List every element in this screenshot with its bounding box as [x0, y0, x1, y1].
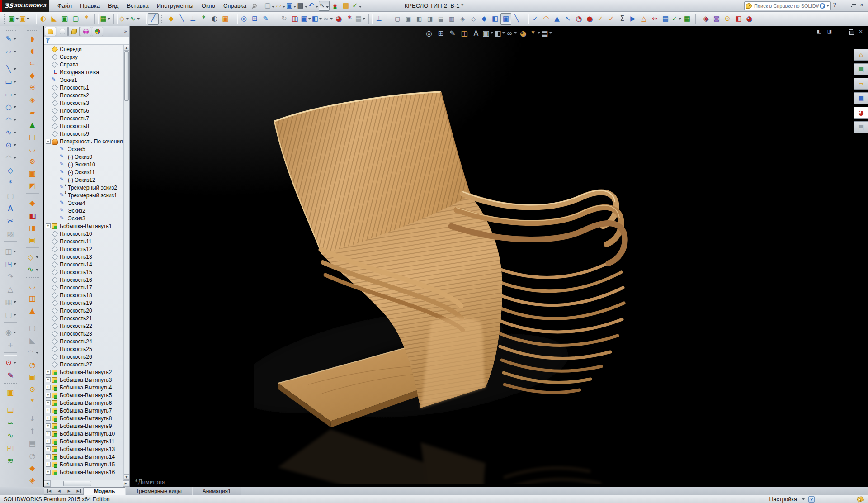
horizontal-scroll-thumb[interactable]	[63, 481, 91, 486]
menu-item[interactable]: Окно	[198, 0, 219, 11]
scroll-up-icon[interactable]: ▲	[124, 45, 129, 51]
view-settings-icon[interactable]: ▤	[355, 13, 366, 25]
tab-model[interactable]: Модель	[84, 487, 125, 495]
boss-up-icon[interactable]: ↑	[26, 425, 39, 437]
split-icon[interactable]: ◐	[38, 13, 48, 25]
expand-toggle-icon[interactable]	[54, 170, 59, 175]
tree-item[interactable]: + Бобышка-Вытянуть16	[44, 468, 123, 476]
compare-geometry-icon[interactable]: ◧	[733, 13, 744, 25]
tree-item[interactable]: Плоскость14	[44, 261, 123, 268]
help-search-box[interactable]: ? Поиск в Справке по SOLIDWORKS	[744, 1, 831, 10]
separator[interactable]	[26, 247, 39, 251]
swept-surface-icon[interactable]: ⊂	[26, 57, 39, 69]
display-manager-tab[interactable]	[92, 27, 103, 36]
knit-surface-icon[interactable]: ◆	[26, 197, 39, 209]
equations-icon[interactable]: Σ	[617, 13, 627, 25]
view-trimetric-icon[interactable]: ◇	[468, 13, 479, 25]
polygon-icon[interactable]: ◇	[4, 164, 17, 177]
separator[interactable]	[368, 14, 373, 24]
tree-item[interactable]: Плоскость24	[44, 337, 123, 345]
search-input[interactable]: Поиск в Справке по SOLIDWORKS	[754, 3, 819, 9]
expand-toggle-icon[interactable]: −	[46, 139, 51, 144]
untrim-surface-icon[interactable]: ◩	[26, 180, 39, 192]
expand-toggle-icon[interactable]: +	[46, 400, 51, 405]
expand-toggle-icon[interactable]	[54, 208, 59, 213]
offset-surface-icon[interactable]: ▤	[26, 131, 39, 143]
radial-pattern-icon[interactable]: *	[26, 396, 39, 408]
tree-item[interactable]: Эскиз4	[44, 199, 123, 207]
expand-toggle-icon[interactable]	[46, 70, 51, 75]
customize-dropdown-icon[interactable]	[802, 498, 805, 500]
menu-item[interactable]: Вставка	[123, 0, 152, 11]
text-icon[interactable]: A	[4, 202, 17, 215]
expand-toggle-icon[interactable]	[46, 93, 51, 98]
tree-item[interactable]: Эскиз1	[44, 76, 123, 84]
tree-item[interactable]: (-) Эскиз9	[44, 153, 123, 161]
expand-toggle-icon[interactable]: +	[46, 416, 51, 421]
verification-icon[interactable]: ⊙	[722, 13, 733, 25]
search-icon[interactable]	[819, 3, 825, 9]
doc-restore-button[interactable]	[847, 28, 854, 36]
expand-toggle-icon[interactable]	[46, 247, 51, 252]
expand-toggle-icon[interactable]: +	[46, 423, 51, 428]
tree-item[interactable]: + Бобышка-Вытянуть10	[44, 430, 123, 437]
split-view-left-icon[interactable]: ◧	[816, 28, 823, 36]
thicken-icon[interactable]: ▣	[26, 234, 39, 246]
tree-item[interactable]: Плоскость12	[44, 245, 123, 253]
view-top-icon[interactable]: ▤	[435, 13, 446, 25]
expand-toggle-icon[interactable]: +	[46, 439, 51, 444]
triad-icon[interactable]: ⊥	[373, 13, 384, 25]
ruled-surface-icon[interactable]: ◡	[26, 143, 39, 155]
dome-icon[interactable]: ▲	[26, 305, 39, 317]
rapid-sketch-icon[interactable]: ✎	[4, 369, 17, 382]
expand-toggle-icon[interactable]: +	[46, 462, 51, 467]
statistics-icon[interactable]: ●	[584, 13, 595, 25]
expand-toggle-icon[interactable]	[54, 200, 59, 205]
datum-icon[interactable]: △	[4, 283, 17, 296]
hide-show-items-icon[interactable]: ∞	[505, 27, 517, 40]
tree-item[interactable]: Плоскость7	[44, 114, 123, 122]
tree-item[interactable]: + Бобышка-Вытянуть6	[44, 399, 123, 407]
zoom-fit-icon[interactable]: ◎	[239, 13, 250, 25]
expand-toggle-icon[interactable]	[46, 323, 51, 328]
revolved-surface-icon[interactable]: ◖	[26, 45, 39, 57]
vertical-scroll-thumb[interactable]	[124, 51, 129, 101]
color-wheel-icon[interactable]: ◕	[744, 13, 755, 25]
separator[interactable]	[26, 277, 39, 280]
expand-toggle-icon[interactable]	[46, 346, 51, 351]
boundary-surface-icon[interactable]: ◆	[26, 69, 39, 81]
rotate-pen-icon[interactable]: ╲	[511, 13, 522, 25]
file-properties-icon[interactable]: ▤	[340, 1, 351, 11]
section-view-icon[interactable]: ◫	[458, 27, 470, 40]
tree-item[interactable]: Плоскость9	[44, 130, 123, 138]
tree-item[interactable]: − Поверхность-По сечениям	[44, 138, 123, 145]
mirror-entities-icon[interactable]: ◫	[4, 245, 17, 258]
expand-toggle-icon[interactable]	[46, 123, 51, 128]
separator[interactable]	[161, 14, 165, 24]
convert-entities-icon[interactable]: ↷	[4, 270, 17, 283]
tree-item[interactable]: Эскиз3	[44, 214, 123, 222]
edit-appearance-icon[interactable]: ◕	[517, 27, 529, 40]
tree-item[interactable]: Плоскость3	[44, 99, 123, 107]
options-icon[interactable]: ✓	[351, 1, 362, 11]
sphere-cut-icon[interactable]: ◔	[26, 450, 39, 462]
tree-item[interactable]: Плоскость17	[44, 284, 123, 291]
tree-item[interactable]: Исходная точка	[44, 68, 123, 76]
filled-surface-icon[interactable]: ◈	[26, 94, 39, 106]
tree-item[interactable]: + Бобышка-Вытянуть1	[44, 222, 123, 230]
search-dropdown-icon[interactable]	[826, 5, 829, 7]
expand-toggle-icon[interactable]	[46, 339, 51, 344]
status-help-icon[interactable]: ?	[808, 496, 815, 503]
edit-component-icon[interactable]: ▣	[19, 13, 30, 25]
separator[interactable]	[4, 383, 17, 385]
sketch-picture-icon[interactable]: ▨	[4, 228, 17, 240]
tree-item[interactable]: Плоскость1	[44, 84, 123, 91]
power-select-icon[interactable]: ▩	[711, 13, 722, 25]
expand-toggle-icon[interactable]	[46, 254, 51, 259]
tree-item[interactable]: Плоскость11	[44, 237, 123, 245]
expand-toggle-icon[interactable]	[46, 231, 51, 236]
combine-icon[interactable]: ◈	[26, 475, 39, 487]
menu-item[interactable]: Правка	[76, 0, 104, 11]
expand-toggle-icon[interactable]: +	[46, 385, 51, 390]
line-icon[interactable]: ╲	[177, 13, 188, 25]
